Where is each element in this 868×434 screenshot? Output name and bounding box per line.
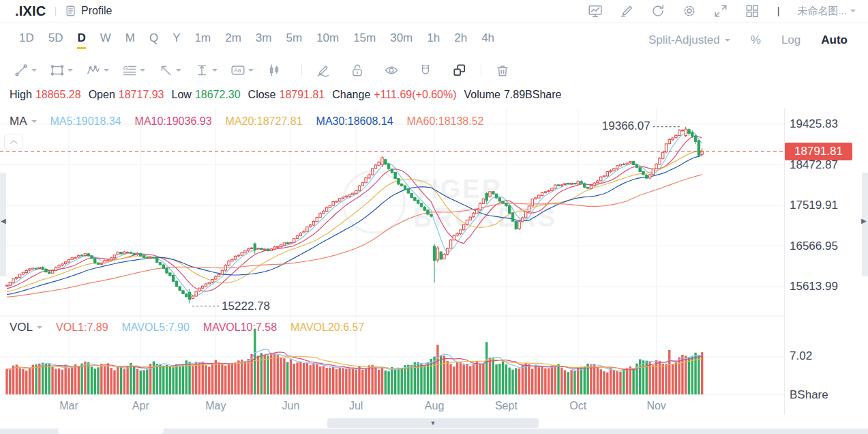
chevron-down-icon[interactable] — [140, 69, 145, 74]
chevron-down-icon[interactable] — [248, 69, 254, 74]
divider: | — [54, 5, 57, 16]
mavol20-line — [7, 356, 702, 369]
timeframe-15m[interactable]: 15m — [353, 31, 376, 49]
vol-legend: VOL VOL1:7.89MAVOL5:7.90MAVOL10:7.58MAVO… — [10, 321, 364, 334]
open-value: 18717.93 — [119, 89, 164, 101]
timeframe-q[interactable]: Q — [149, 31, 158, 49]
percent-scale-button[interactable]: % — [751, 33, 761, 47]
timeframe-1d[interactable]: 1D — [19, 31, 34, 49]
month-label-mar[interactable]: Mar — [48, 400, 89, 412]
month-label-oct[interactable]: Oct — [558, 400, 599, 412]
month-label-aug[interactable]: Aug — [414, 400, 455, 412]
timeframe-10m[interactable]: 10m — [316, 31, 339, 49]
legend-item-ma5[interactable]: MA5:19018.34 — [50, 115, 121, 128]
arrow-icon[interactable] — [158, 63, 173, 78]
layout-grid-icon[interactable] — [745, 3, 760, 18]
open-label: Open — [89, 89, 115, 101]
pattern-icon[interactable] — [267, 63, 282, 78]
fullscreen-icon[interactable] — [713, 3, 728, 18]
legend-item-ma30[interactable]: MA30:18608.14 — [316, 115, 393, 128]
timeframe-5m[interactable]: 5m — [286, 31, 302, 49]
month-label-sept[interactable]: Sept — [485, 400, 526, 412]
gann-lines-icon[interactable]: G — [122, 63, 137, 78]
legend-item-ma10[interactable]: MA10:19036.93 — [135, 115, 212, 128]
timeframe-m[interactable]: M — [125, 31, 135, 49]
chevron-down-icon[interactable] — [104, 69, 109, 74]
timeframe-1h[interactable]: 1h — [427, 31, 440, 49]
last-price-badge: 18791.81 — [785, 143, 852, 160]
delete-trash-icon[interactable] — [495, 63, 510, 78]
legend-item-ma60[interactable]: MA60:18138.52 — [407, 115, 484, 128]
adjust-mode-dropdown[interactable]: Split-Adjusted — [648, 33, 730, 47]
link-charts-icon[interactable] — [452, 63, 467, 78]
low-label: Low — [172, 89, 192, 101]
month-label-apr[interactable]: Apr — [120, 400, 161, 412]
scrollbar-thumb[interactable] — [58, 429, 164, 434]
price-axis-label: 16566.95 — [790, 240, 838, 253]
profile-button[interactable]: Profile — [65, 5, 112, 17]
legend-item-ma20[interactable]: MA20:18727.81 — [226, 115, 303, 128]
timeframe-3m[interactable]: 3m — [256, 31, 272, 49]
price-range-icon[interactable] — [194, 63, 209, 78]
wave-icon[interactable] — [86, 63, 101, 78]
timeframe-1m[interactable]: 1m — [195, 31, 211, 49]
close-value: 18791.81 — [280, 89, 325, 101]
timeframe-y[interactable]: Y — [173, 31, 180, 49]
chevron-down-icon[interactable] — [31, 69, 37, 74]
timeframe-2m[interactable]: 2m — [225, 31, 241, 49]
divider: | — [777, 5, 780, 16]
legend-item-mavol20[interactable]: MAVOL20:6.57 — [290, 321, 364, 334]
chart-monitor-icon[interactable] — [588, 3, 603, 18]
ma-legend-dropdown[interactable]: MA — [10, 115, 37, 128]
timeframe-30m[interactable]: 30m — [390, 31, 413, 49]
legend-item-vol1[interactable]: VOL1:7.89 — [56, 321, 108, 334]
low-value: 18672.30 — [195, 89, 241, 101]
chevron-down-icon — [725, 39, 730, 44]
volume-label: Volume — [464, 89, 500, 101]
timeframe-bar: 1D5DDWMQY1m2m3m5m10m15m30m1h2h4h Split-A… — [0, 27, 868, 53]
svg-text:Aa: Aa — [234, 67, 241, 74]
chevron-down-icon[interactable] — [212, 69, 218, 74]
legend-item-mavol10[interactable]: MAVOL10:7.58 — [203, 321, 277, 334]
chevron-down-icon[interactable] — [68, 69, 73, 74]
price-axis[interactable]: 19425.8318472.8717519.9116566.9515613.99 — [788, 0, 863, 418]
edit-chart-icon[interactable] — [619, 3, 634, 18]
period-high-annotation: 19366.07 — [602, 119, 650, 132]
chevron-down-icon[interactable] — [176, 69, 181, 74]
month-label-jun[interactable]: Jun — [270, 400, 311, 412]
collapse-pane-handle[interactable]: ▼ — [327, 418, 539, 428]
month-label-nov[interactable]: Nov — [636, 400, 677, 412]
timeframe-list: 1D5DDWMQY1m2m3m5m10m15m30m1h2h4h — [19, 31, 494, 49]
lock-open-icon[interactable] — [350, 63, 365, 78]
legend-item-mavol5[interactable]: MAVOL5:7.90 — [122, 321, 190, 334]
magnet-icon[interactable] — [418, 63, 433, 78]
svg-text:G: G — [123, 64, 129, 72]
text-annotation-icon[interactable]: Aa — [230, 63, 245, 78]
timeframe-w[interactable]: W — [100, 31, 111, 49]
rectangle-icon[interactable] — [50, 63, 65, 78]
month-label-may[interactable]: May — [195, 400, 236, 412]
timeframe-4h[interactable]: 4h — [481, 31, 494, 49]
visibility-eye-icon[interactable] — [384, 63, 399, 78]
ma-lines — [7, 132, 702, 297]
collapse-ma-panel-button[interactable] — [4, 134, 23, 149]
divider — [301, 63, 302, 77]
vol-legend-label: VOL — [10, 321, 33, 334]
ma-legend: MA MA5:19018.34MA10:19036.93MA20:18727.8… — [10, 115, 484, 128]
candlestick-chart[interactable]: TIGERBROKERS19366.0715222.78 — [0, 106, 785, 418]
settings-gear-icon[interactable] — [682, 3, 697, 18]
tiger-brokers-watermark: TIGERBROKERS — [343, 171, 557, 233]
vol-legend-dropdown[interactable]: VOL — [10, 321, 42, 334]
document-icon — [65, 5, 77, 17]
expand-left-panel-arrow[interactable]: ◀ — [1, 216, 6, 226]
trend-line-icon[interactable] — [14, 63, 29, 78]
timeframe-5d[interactable]: 5D — [48, 31, 63, 49]
month-label-jul[interactable]: Jul — [335, 400, 376, 412]
timeframe-d[interactable]: D — [77, 31, 85, 49]
expand-right-panel-arrow[interactable]: ▶ — [861, 216, 867, 226]
timeframe-2h[interactable]: 2h — [454, 31, 467, 49]
ma-legend-label: MA — [10, 115, 27, 128]
price-axis-label: 19425.83 — [790, 117, 838, 131]
refresh-icon[interactable] — [650, 3, 665, 18]
brush-icon[interactable] — [316, 63, 331, 78]
